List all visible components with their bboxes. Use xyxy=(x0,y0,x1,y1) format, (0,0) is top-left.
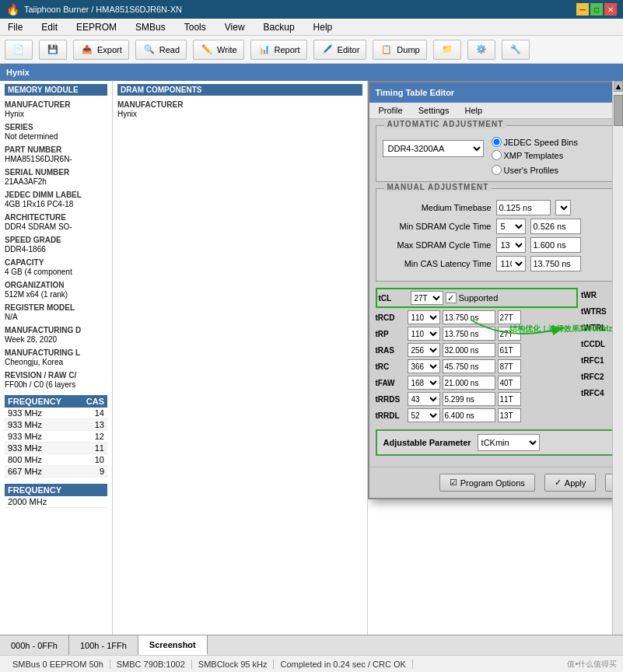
right-scrollbar[interactable]: ▲ xyxy=(612,81,623,635)
revision-label: REVISION / RAW C/ xyxy=(5,371,107,380)
write-icon: ✏️ xyxy=(200,43,214,57)
radio-xmp-input[interactable] xyxy=(492,150,502,160)
new-button[interactable]: 📄 xyxy=(5,40,33,60)
new-icon: 📄 xyxy=(12,43,26,57)
export-button[interactable]: 📤 Export xyxy=(73,40,129,60)
trc-select[interactable]: 366 xyxy=(408,359,440,373)
menu-smbus[interactable]: SMBus xyxy=(131,20,170,34)
apply-label: Apply xyxy=(565,478,586,488)
save-icon: 💾 xyxy=(46,43,60,57)
max-sdram-row: Max SDRAM Cycle Time 13 1.600 ns Frequen… xyxy=(383,237,613,253)
freq-table2-header: FREQUENCY xyxy=(5,484,107,496)
freq-table-header: FREQUENCY CAS xyxy=(5,395,107,408)
trc-label: tRC xyxy=(376,362,405,371)
report-button[interactable]: 📊 Report xyxy=(250,40,307,60)
extra-btn3[interactable]: 🔧 xyxy=(502,40,530,60)
tfaw-row: tFAW 168 21.000 ns 40T xyxy=(376,376,579,390)
radio-jedec: JEDEC Speed Bins xyxy=(492,137,578,147)
tras-ns: 32.000 ns xyxy=(443,343,495,357)
program-options-button[interactable]: ☑ Program Options xyxy=(439,474,535,492)
trrdl-row: tRRDL 52 6.400 ns 13T xyxy=(376,408,579,422)
freq-val2: 2000 MHz xyxy=(8,497,47,506)
trp-row: tRP 110 13.750 ns 27T xyxy=(376,327,579,341)
timing-table-dialog: Timing Table Editor ✕ Profile Settings H… xyxy=(368,81,613,499)
save-button[interactable]: 💾 xyxy=(39,40,67,60)
medium-timebase-value: 0.125 ns xyxy=(496,200,551,215)
trrds-select[interactable]: 43 xyxy=(408,392,440,406)
twtrl-label: tWTRL xyxy=(581,324,611,332)
menu-help[interactable]: Help xyxy=(309,20,338,34)
tfaw-t: 40T xyxy=(498,376,521,390)
cas-val: 14 xyxy=(95,408,104,418)
twtrs-label: tWTRS xyxy=(581,307,611,316)
tras-select[interactable]: 256 xyxy=(408,343,440,357)
speed-grade-value: DDR4-1866 xyxy=(5,245,107,254)
read-button[interactable]: 🔍 Read xyxy=(135,40,187,60)
trcd-t: 27T xyxy=(498,310,521,324)
title-bar: 🔥 Taiiphoon Burner / HMA851S6DJR6N-XN ─ … xyxy=(0,0,623,19)
tab-screenshot[interactable]: Screenshot xyxy=(138,635,208,655)
dialog-body: AUTOMATIC ADJUSTMENT DDR4-3200AA JEDEC S… xyxy=(369,119,613,467)
min-sdram-label: Min SDRAM Cycle Time xyxy=(383,222,492,231)
trfc4-label: tRFC4 xyxy=(581,389,611,397)
medium-timebase-select[interactable]: ▼ xyxy=(555,200,571,215)
close-button[interactable]: ✕ xyxy=(604,3,617,16)
part-number-label: PART NUMBER xyxy=(5,145,107,154)
menu-tools[interactable]: Tools xyxy=(180,20,211,34)
scrollbar-thumb[interactable] xyxy=(614,95,623,126)
trp-select[interactable]: 110 xyxy=(408,327,440,341)
revert-button[interactable]: ↑ Revert xyxy=(605,474,612,492)
medium-timebase-label: Medium Timebase xyxy=(383,203,492,212)
dialog-menu-profile[interactable]: Profile xyxy=(376,104,406,117)
tfaw-select[interactable]: 168 xyxy=(408,376,440,390)
dialog-menu-help[interactable]: Help xyxy=(461,104,485,117)
dump-button[interactable]: 📋 Dump xyxy=(373,40,426,60)
tab-1[interactable]: 100h - 1FFh xyxy=(69,635,138,655)
trc-t: 87T xyxy=(498,359,521,373)
report-label: Report xyxy=(275,45,300,54)
editor-button[interactable]: 🖊️ Editor xyxy=(313,40,367,60)
menu-backup[interactable]: Backup xyxy=(259,20,299,34)
twr-label: tWR xyxy=(581,291,611,299)
medium-timebase-row: Medium Timebase 0.125 ns ▼ Fine Timebase… xyxy=(383,200,613,215)
supported-check[interactable]: ✓ xyxy=(446,292,457,303)
minimize-button[interactable]: ─ xyxy=(576,3,589,16)
radio-xmp: XMP Templates xyxy=(492,150,578,160)
min-cas-select[interactable]: 110 xyxy=(496,256,526,271)
series-label: SERIES xyxy=(5,123,107,131)
scroll-up-arrow[interactable]: ▲ xyxy=(614,81,623,92)
radio-user-input[interactable] xyxy=(492,165,502,175)
tcl-select[interactable]: 27T xyxy=(411,291,443,305)
menu-file[interactable]: File xyxy=(3,20,27,34)
dialog-menu-settings[interactable]: Settings xyxy=(415,104,453,117)
adj-param-select[interactable]: tCKmin xyxy=(478,434,540,451)
extra-btn2[interactable]: ⚙️ xyxy=(467,40,495,60)
radio-jedec-input[interactable] xyxy=(492,137,502,147)
trfc1-row: tRFC1 2800 350.000 ns 666T xyxy=(581,353,612,367)
hynix-bar: Hynix xyxy=(0,64,623,81)
min-sdram-select[interactable]: 5 xyxy=(496,219,526,234)
tab-0[interactable]: 000h - 0FFh xyxy=(0,635,69,655)
extra-btn1[interactable]: 📁 xyxy=(433,40,461,60)
trcd-select[interactable]: 110 xyxy=(408,310,440,324)
trrdl-select[interactable]: 52 xyxy=(408,408,440,422)
tcl-label: tCL xyxy=(379,294,408,303)
auto-adjustment-section: AUTOMATIC ADJUSTMENT DDR4-3200AA JEDEC S… xyxy=(376,125,613,182)
jedec-value: 4GB 1Rx16 PC4-18 xyxy=(5,200,107,208)
dram-title: DRAM COMPONENTS xyxy=(117,84,362,96)
menu-edit[interactable]: Edit xyxy=(37,20,62,34)
maximize-button[interactable]: □ xyxy=(590,3,603,16)
extra-icon1: 📁 xyxy=(440,43,454,57)
trcd-ns: 13.750 ns xyxy=(443,310,495,324)
max-sdram-select[interactable]: 13 xyxy=(496,237,526,253)
mfg-date-label: MANUFACTURING D xyxy=(5,326,107,334)
menu-view[interactable]: View xyxy=(220,20,250,34)
menu-eeprom[interactable]: EEPROM xyxy=(72,20,121,34)
apply-button[interactable]: ✓ Apply xyxy=(544,474,597,492)
trfc2-row: tRFC2 2080 260.000 ns 495T xyxy=(581,369,612,383)
hynix-label: Hynix xyxy=(6,68,30,77)
report-icon: 📊 xyxy=(257,43,271,57)
cas-val: 9 xyxy=(100,467,104,476)
profile-select[interactable]: DDR4-3200AA xyxy=(383,140,484,157)
write-button[interactable]: ✏️ Write xyxy=(193,40,243,60)
